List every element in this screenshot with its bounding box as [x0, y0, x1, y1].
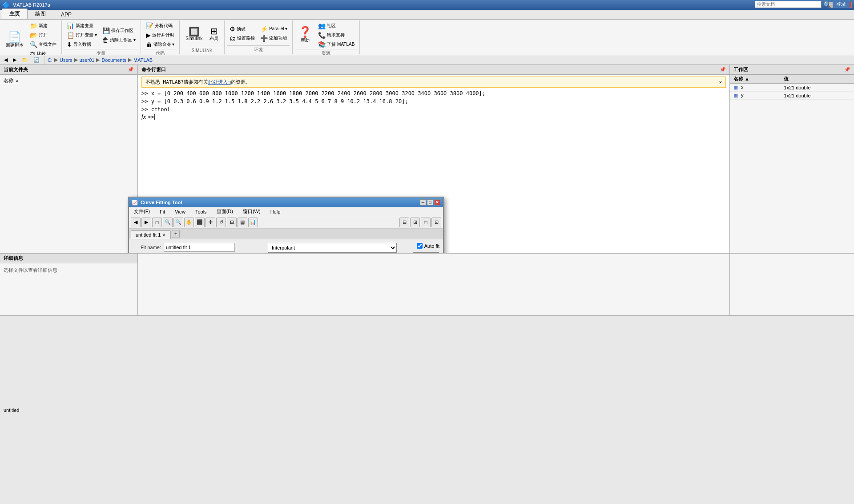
current-folder-content: 名称 ▲	[0, 75, 137, 253]
fx-icon: fx	[141, 113, 146, 121]
cft-menu-help[interactable]: Help	[267, 208, 284, 216]
browse-btn[interactable]: 📁	[20, 56, 30, 64]
tab-app[interactable]: APP	[53, 10, 79, 19]
cft-menu-view[interactable]: View	[172, 208, 189, 216]
cft-tb-single[interactable]: □	[421, 218, 431, 227]
login-btn[interactable]: 登录	[833, 0, 850, 8]
workspace-header: 工作区 📌	[730, 65, 854, 75]
clear-workspace-btn[interactable]: 🗑清除工作区 ▾	[100, 36, 138, 44]
ribbon-group-file: 📄 新建脚本 📁新建 📂打开 🔍查找文件 ⚖比较 文件	[0, 20, 62, 54]
new-var-btn[interactable]: 📊新建变量	[64, 21, 99, 30]
cft-action-col: Auto fit Fit Stop	[409, 243, 439, 253]
cft-menu-file[interactable]: 文件(F)	[131, 207, 153, 216]
ws-row-x[interactable]: ▦ x 1x21 double	[730, 84, 854, 92]
bc-user01[interactable]: user01	[80, 57, 95, 63]
bc-users[interactable]: Users	[60, 57, 73, 63]
cft-tb-pan[interactable]: ✋	[184, 218, 194, 227]
help-btn[interactable]: ❓ 帮助	[295, 25, 315, 45]
save-workspace-btn[interactable]: 💾保存工作区	[100, 26, 138, 35]
back-btn[interactable]: ◀	[2, 56, 10, 64]
ribbon-group-resources: ❓ 帮助 👥社区 📞请求支持 📚了解 MATLAB 资源	[293, 20, 360, 54]
cft-menu-tools[interactable]: Tools	[192, 208, 210, 216]
new-script-btn[interactable]: 📄 新建脚本	[3, 30, 27, 50]
ws-x-icon: ▦	[733, 85, 738, 90]
cmd-notice: 不熟悉 MATLAB?请参阅有关此处进入□的资源。 ✕	[141, 77, 726, 88]
prefs-btn[interactable]: ⚙预设	[227, 24, 257, 33]
cft-tb-split-v[interactable]: ⊞	[410, 218, 420, 227]
cft-right-form: Interpolant Method: Linear http://img.cs…	[268, 243, 406, 253]
cft-title-bar: 📈 Curve Fitting Tool ─ □ ✕	[129, 198, 443, 207]
bc-c[interactable]: C:	[48, 57, 52, 63]
cft-tb-forward[interactable]: ▶	[141, 218, 151, 227]
cft-tb-back[interactable]: ◀	[131, 218, 141, 227]
analyze-code-btn[interactable]: 📝分析代码	[144, 21, 177, 30]
cft-toolbar: ◀ ▶ □ 🔍 🔍 ✋ ⬛ ✛ ↺ ⊞ ▤ 📊 ⊟	[129, 216, 443, 229]
fit-name-row: Fit name:	[133, 243, 264, 252]
cft-tb-full[interactable]: ⊡	[431, 218, 441, 227]
community-btn[interactable]: 👥社区	[316, 21, 357, 30]
cft-menu-display[interactable]: 查面(D)	[214, 207, 236, 216]
refresh-btn[interactable]: 🔄	[31, 56, 42, 64]
ws-row-y[interactable]: ▦ y 1x21 double	[730, 92, 854, 100]
cft-maximize-btn[interactable]: □	[427, 199, 433, 206]
autofit-checkbox[interactable]	[417, 243, 423, 249]
cft-menu-fit[interactable]: Fit	[157, 208, 168, 216]
fit-button[interactable]: Fit	[413, 252, 439, 253]
workspace-pin-icon[interactable]: 📌	[844, 67, 850, 73]
left-panel: 当前文件夹 📌 名称 ▲	[0, 65, 138, 253]
ws-col-name[interactable]: 名称 ▲	[730, 75, 780, 84]
new-btn[interactable]: 📁新建	[28, 21, 59, 30]
right-panel: 工作区 📌 名称 ▲ 值 ▦ x	[729, 65, 854, 253]
import-btn[interactable]: ⬇导入数据	[64, 40, 99, 49]
learn-matlab-btn[interactable]: 📚了解 MATLAB	[316, 40, 357, 49]
cmd-line-3: >> cftool	[141, 105, 726, 113]
cmd-pin-icon[interactable]: 📌	[720, 67, 726, 73]
panel-pin-icon[interactable]: 📌	[128, 67, 134, 73]
fit-type-select[interactable]: Interpolant	[268, 243, 397, 253]
status-bar: untitled	[0, 315, 854, 504]
cft-tb-crosshair[interactable]: ✛	[205, 218, 215, 227]
cft-tb-zoom-out[interactable]: 🔍	[173, 218, 183, 227]
support-btn[interactable]: 📞请求支持	[316, 31, 357, 40]
search-icon[interactable]: 🔍	[823, 1, 831, 8]
cft-tab-close[interactable]: ✕	[162, 233, 166, 237]
layout-btn[interactable]: ⊞ 布局	[206, 25, 222, 43]
cft-tb-split-h[interactable]: ⊟	[399, 218, 409, 227]
clear-cmd-btn[interactable]: 🗑清除命令 ▾	[144, 40, 177, 49]
find-files-btn[interactable]: 🔍查找文件	[28, 40, 59, 49]
open-btn[interactable]: 📂打开	[28, 31, 59, 40]
cft-tb-rotate[interactable]: ↺	[216, 218, 226, 227]
cft-tb-grid[interactable]: ⊞	[227, 218, 237, 227]
search-input[interactable]	[755, 1, 822, 8]
ws-cell-x-name: ▦ x	[730, 84, 780, 92]
cft-close-btn[interactable]: ✕	[434, 199, 440, 206]
cmd-notice-link[interactable]: 此处进入□	[208, 79, 231, 85]
set-path-btn[interactable]: 🗂设置路径	[227, 34, 257, 43]
cft-tb-open[interactable]: □	[152, 218, 162, 227]
cmd-notice-close[interactable]: ✕	[719, 79, 722, 85]
simulink-btn[interactable]: 🔲 Simulink	[182, 26, 205, 42]
folder-col-header[interactable]: 名称 ▲	[2, 77, 136, 85]
open-var-btn[interactable]: 📋打开变量 ▾	[64, 31, 99, 40]
tab-plot[interactable]: 绘图	[28, 8, 53, 19]
tab-home[interactable]: 主页	[2, 8, 28, 19]
run-time-btn[interactable]: ▶运行并计时	[144, 31, 177, 40]
fit-name-input[interactable]	[164, 243, 235, 252]
forward-btn[interactable]: ▶	[11, 56, 19, 64]
bc-documents[interactable]: Documents	[101, 57, 126, 63]
ws-col-value[interactable]: 值	[780, 75, 854, 84]
cft-tb-select[interactable]: ⬛	[195, 218, 205, 227]
cft-tab-untitled[interactable]: untitled fit 1 ✕	[131, 230, 171, 239]
ribbon-tabs: 主页 绘图 APP 🔍 登录	[0, 10, 854, 20]
ws-cell-x-value: 1x21 double	[780, 84, 854, 92]
bc-matlab[interactable]: MATLAB	[133, 57, 153, 63]
ws-cell-y-name: ▦ y	[730, 92, 780, 100]
cft-menu-window[interactable]: 窗口(W)	[240, 207, 264, 216]
cft-tb-plot[interactable]: 📊	[248, 218, 258, 227]
cft-tb-layout1[interactable]: ▤	[238, 218, 247, 227]
cft-tb-zoom-in[interactable]: 🔍	[163, 218, 173, 227]
cft-minimize-btn[interactable]: ─	[420, 199, 426, 206]
cft-tab-add[interactable]: +	[172, 230, 180, 238]
add-ons-btn[interactable]: ➕添加功能	[258, 34, 290, 43]
parallel-btn[interactable]: ⚡Parallel ▾	[258, 24, 290, 33]
